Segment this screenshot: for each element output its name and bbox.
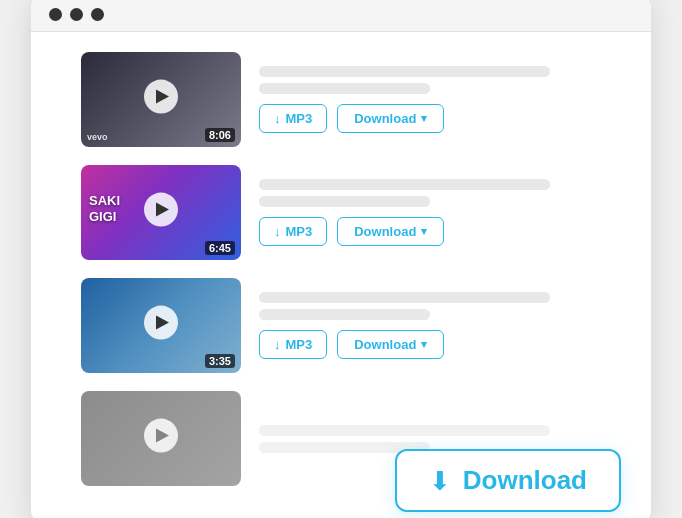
mp3-arrow-icon-3: ↓: [274, 337, 281, 352]
play-button-3[interactable]: [144, 305, 178, 339]
title-skeleton-4: [259, 425, 550, 436]
duration-3: 3:35: [205, 354, 235, 368]
download-label-2: Download: [354, 224, 416, 239]
titlebar: [31, 0, 651, 32]
video-row-3: 3:35 ↓ MP3 Download ▾: [81, 278, 601, 373]
video-row-2: SAKIGIGI 6:45 ↓ MP3 Download ▾: [81, 165, 601, 260]
download-label-1: Download: [354, 111, 416, 126]
chevron-icon-2: ▾: [421, 225, 427, 238]
duration-2: 6:45: [205, 241, 235, 255]
mp3-label-2: MP3: [286, 224, 313, 239]
video-row-1: vevo 8:06 ↓ MP3 Download ▾: [81, 52, 601, 147]
video-info-1: ↓ MP3 Download ▾: [259, 66, 601, 133]
action-row-2: ↓ MP3 Download ▾: [259, 217, 601, 246]
video-info-3: ↓ MP3 Download ▾: [259, 292, 601, 359]
duration-1: 8:06: [205, 128, 235, 142]
play-button-4[interactable]: [144, 418, 178, 452]
title-skeleton-3: [259, 292, 550, 303]
subtitle-skeleton-1: [259, 83, 430, 94]
mp3-button-3[interactable]: ↓ MP3: [259, 330, 327, 359]
big-download-icon: ⬇: [429, 468, 451, 494]
dot-1: [49, 8, 62, 21]
action-row-1: ↓ MP3 Download ▾: [259, 104, 601, 133]
dot-3: [91, 8, 104, 21]
subtitle-skeleton-2: [259, 196, 430, 207]
video-thumbnail-4: [81, 391, 241, 486]
mp3-label-3: MP3: [286, 337, 313, 352]
chevron-icon-3: ▾: [421, 338, 427, 351]
download-label-3: Download: [354, 337, 416, 352]
play-button-2[interactable]: [144, 192, 178, 226]
browser-content: vevo 8:06 ↓ MP3 Download ▾: [31, 32, 651, 518]
mp3-button-2[interactable]: ↓ MP3: [259, 217, 327, 246]
thumb-text-2: SAKIGIGI: [89, 193, 120, 224]
play-button-1[interactable]: [144, 79, 178, 113]
download-button-2[interactable]: Download ▾: [337, 217, 444, 246]
video-thumbnail-1: vevo 8:06: [81, 52, 241, 147]
title-skeleton-2: [259, 179, 550, 190]
mp3-arrow-icon-1: ↓: [274, 111, 281, 126]
mp3-label-1: MP3: [286, 111, 313, 126]
action-row-3: ↓ MP3 Download ▾: [259, 330, 601, 359]
browser-window: vevo 8:06 ↓ MP3 Download ▾: [31, 0, 651, 518]
video-thumbnail-3: 3:35: [81, 278, 241, 373]
download-button-3[interactable]: Download ▾: [337, 330, 444, 359]
dot-2: [70, 8, 83, 21]
chevron-icon-1: ▾: [421, 112, 427, 125]
subtitle-skeleton-3: [259, 309, 430, 320]
big-download-button[interactable]: ⬇ Download: [395, 449, 621, 512]
download-button-1[interactable]: Download ▾: [337, 104, 444, 133]
mp3-button-1[interactable]: ↓ MP3: [259, 104, 327, 133]
mp3-arrow-icon-2: ↓: [274, 224, 281, 239]
video-thumbnail-2: SAKIGIGI 6:45: [81, 165, 241, 260]
brand-label-1: vevo: [87, 132, 108, 142]
video-info-2: ↓ MP3 Download ▾: [259, 179, 601, 246]
title-skeleton-1: [259, 66, 550, 77]
big-download-label: Download: [463, 465, 587, 496]
